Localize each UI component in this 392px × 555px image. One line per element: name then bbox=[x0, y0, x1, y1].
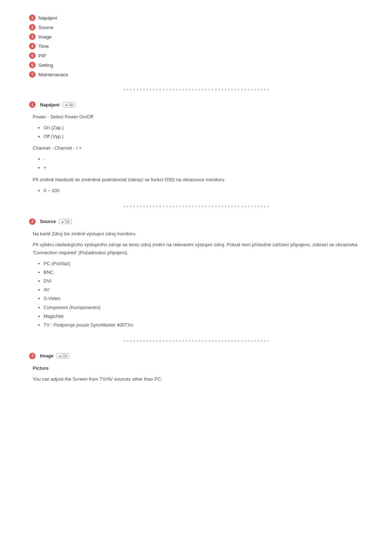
nav-label-3: Image bbox=[38, 34, 52, 40]
source-desc-1: Na kartě Zdroj lze změnit výstupní zdroj… bbox=[33, 230, 363, 238]
nav-item-source[interactable]: 2 Source bbox=[29, 24, 363, 31]
list-item: Off (Vyp.) bbox=[44, 133, 363, 141]
picture-desc: You can adjust the Screen from TV/AV sou… bbox=[33, 375, 363, 383]
source-list: PC (Počítač) BNC DVI AV S-Video Componen… bbox=[33, 260, 363, 329]
nav-item-pip[interactable]: 5 PIP bbox=[29, 52, 363, 59]
nav-badge-1: 1 bbox=[29, 15, 36, 21]
list-item: 0 ~ 100 bbox=[44, 187, 363, 195]
nav-badge-3: 3 bbox=[29, 33, 36, 40]
nav-badge-6: 6 bbox=[29, 62, 36, 68]
power-label: Power - Select Power On/Off bbox=[33, 113, 363, 121]
volume-description: Při změně hlasitosti se změněné podrobno… bbox=[33, 176, 363, 184]
list-item: PC (Počítač) bbox=[44, 260, 363, 268]
nav-badge-2: 2 bbox=[29, 24, 36, 31]
up-label-3: Up bbox=[63, 354, 68, 358]
section-body-3: Picture You can adjust the Screen from T… bbox=[29, 364, 363, 383]
nav-label-4: Time bbox=[38, 44, 49, 49]
nav-badge-5: 5 bbox=[29, 52, 36, 59]
nav-badge-7: 7 bbox=[29, 71, 36, 78]
up-label-2: Up bbox=[65, 219, 70, 223]
section-badge-3: 3 bbox=[29, 353, 36, 359]
up-arrow-icon-3: ▲ bbox=[59, 354, 62, 358]
volume-range-list: 0 ~ 100 bbox=[33, 187, 363, 195]
list-item: BNC bbox=[44, 268, 363, 276]
nav-label-2: Source bbox=[38, 25, 53, 30]
divider-2 bbox=[29, 206, 363, 207]
nav-list: 1 Napájení 2 Source 3 Image 4 Time 5 PIP… bbox=[29, 15, 363, 78]
section-title-1: Napájení bbox=[40, 102, 60, 108]
list-item: MagicNet bbox=[44, 312, 363, 320]
list-item: - bbox=[44, 155, 363, 163]
channel-list: - + bbox=[33, 155, 363, 172]
up-badge-2[interactable]: ▲ Up bbox=[59, 219, 72, 224]
nav-item-image[interactable]: 3 Image bbox=[29, 33, 363, 40]
nav-badge-4: 4 bbox=[29, 43, 36, 49]
section-header-3: 3 Image ▲ Up bbox=[29, 353, 363, 359]
nav-label-6: Setting bbox=[38, 62, 53, 68]
section-napajen: 1 Napájení ▲ Up Power - Select Power On/… bbox=[29, 101, 363, 195]
list-item: On (Zap.) bbox=[44, 124, 363, 132]
divider-1 bbox=[29, 89, 363, 90]
list-item: TV : Podporuje pouze SyncMaster 400TXn bbox=[44, 321, 363, 329]
up-badge-3[interactable]: ▲ Up bbox=[57, 353, 70, 358]
section-source: 2 Source ▲ Up Na kartě Zdroj lze změnit … bbox=[29, 218, 363, 329]
nav-label-5: PIP bbox=[38, 53, 46, 58]
section-body-2: Na kartě Zdroj lze změnit výstupní zdroj… bbox=[29, 230, 363, 329]
section-body-1: Power - Select Power On/Off On (Zap.) Of… bbox=[29, 113, 363, 195]
nav-item-time[interactable]: 4 Time bbox=[29, 43, 363, 49]
nav-item-setting[interactable]: 6 Setting bbox=[29, 62, 363, 68]
up-arrow-icon-2: ▲ bbox=[61, 220, 64, 223]
section-badge-1: 1 bbox=[29, 101, 36, 108]
power-list: On (Zap.) Off (Vyp.) bbox=[33, 124, 363, 141]
section-header-1: 1 Napájení ▲ Up bbox=[29, 101, 363, 108]
section-header-2: 2 Source ▲ Up bbox=[29, 218, 363, 225]
list-item: Component (Komponentní) bbox=[44, 304, 363, 312]
up-label-1: Up bbox=[69, 103, 73, 107]
nav-item-napajen[interactable]: 1 Napájení bbox=[29, 15, 363, 21]
nav-item-maintenanace[interactable]: 7 Maintenanace bbox=[29, 71, 363, 78]
up-badge-1[interactable]: ▲ Up bbox=[62, 102, 75, 108]
source-desc-2: Při výběru následujícího výstupního zdro… bbox=[33, 241, 363, 257]
picture-title: Picture bbox=[33, 364, 363, 372]
up-arrow-icon-1: ▲ bbox=[65, 103, 68, 106]
list-item: DVI bbox=[44, 277, 363, 285]
section-title-2: Source bbox=[40, 219, 56, 224]
section-badge-2: 2 bbox=[29, 218, 36, 225]
list-item: + bbox=[44, 164, 363, 172]
section-title-3: Image bbox=[40, 353, 54, 358]
list-item: S-Video bbox=[44, 295, 363, 303]
nav-label-7: Maintenanace bbox=[38, 72, 68, 77]
divider-3 bbox=[29, 340, 363, 342]
list-item: AV bbox=[44, 286, 363, 294]
section-image: 3 Image ▲ Up Picture You can adjust the … bbox=[29, 353, 363, 383]
nav-label-1: Napájení bbox=[38, 15, 57, 21]
channel-label: Channel - Channel - / + bbox=[33, 144, 363, 152]
